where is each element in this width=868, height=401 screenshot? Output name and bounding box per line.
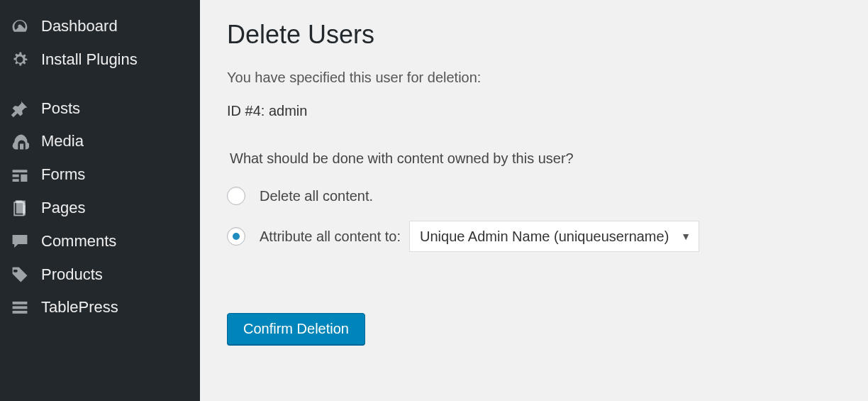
comments-icon (10, 231, 30, 251)
attribute-user-select[interactable]: Unique Admin Name (uniqueusername) (409, 221, 699, 252)
gear-icon (10, 50, 30, 70)
option-attribute-label: Attribute all content to: (260, 229, 401, 245)
pin-icon (10, 99, 30, 119)
table-icon (10, 298, 30, 318)
sidebar-item-label: Pages (41, 197, 85, 219)
dashboard-icon (10, 16, 30, 36)
radio-delete-content[interactable] (227, 187, 245, 205)
media-icon (10, 132, 30, 152)
sidebar-item-tablepress[interactable]: TablePress (0, 291, 200, 324)
main-content: Delete Users You have specified this use… (200, 0, 868, 401)
sidebar-item-label: Dashboard (41, 16, 118, 38)
content-question: What should be done with content owned b… (230, 150, 854, 167)
option-delete-label: Delete all content. (260, 188, 373, 204)
user-to-delete: ID #4: admin (227, 103, 854, 119)
sidebar-item-posts[interactable]: Posts (0, 92, 200, 126)
sidebar-item-label: Products (41, 264, 103, 286)
sidebar-item-comments[interactable]: Comments (0, 225, 200, 258)
intro-text: You have specified this user for deletio… (227, 70, 854, 86)
sidebar-item-dashboard[interactable]: Dashboard (0, 10, 200, 43)
sidebar-item-label: Install Plugins (41, 49, 138, 71)
pages-icon (10, 198, 30, 218)
svg-rect-3 (13, 302, 28, 304)
confirm-deletion-button[interactable]: Confirm Deletion (227, 313, 365, 345)
sidebar-item-label: TablePress (41, 297, 118, 319)
sidebar-item-install-plugins[interactable]: Install Plugins (0, 43, 200, 77)
sidebar-item-pages[interactable]: Pages (0, 192, 200, 225)
sidebar-item-products[interactable]: Products (0, 258, 200, 292)
option-delete-content: Delete all content. (227, 187, 854, 205)
sidebar-item-label: Posts (41, 98, 80, 120)
tag-icon (10, 265, 30, 285)
radio-attribute-content[interactable] (227, 227, 245, 246)
admin-sidebar: Dashboard Install Plugins Posts Media Fo… (0, 0, 200, 401)
svg-rect-4 (13, 306, 28, 309)
sidebar-item-media[interactable]: Media (0, 125, 200, 158)
sidebar-item-label: Media (41, 131, 84, 153)
sidebar-item-label: Comments (41, 231, 116, 253)
sidebar-separator (0, 77, 200, 92)
svg-rect-1 (16, 201, 26, 214)
svg-point-2 (15, 270, 18, 273)
sidebar-item-forms[interactable]: Forms (0, 158, 200, 192)
page-title: Delete Users (227, 20, 854, 50)
option-attribute-content: Attribute all content to: Unique Admin N… (227, 221, 854, 252)
svg-rect-5 (13, 311, 28, 314)
forms-icon (10, 165, 30, 185)
sidebar-item-label: Forms (41, 164, 85, 186)
